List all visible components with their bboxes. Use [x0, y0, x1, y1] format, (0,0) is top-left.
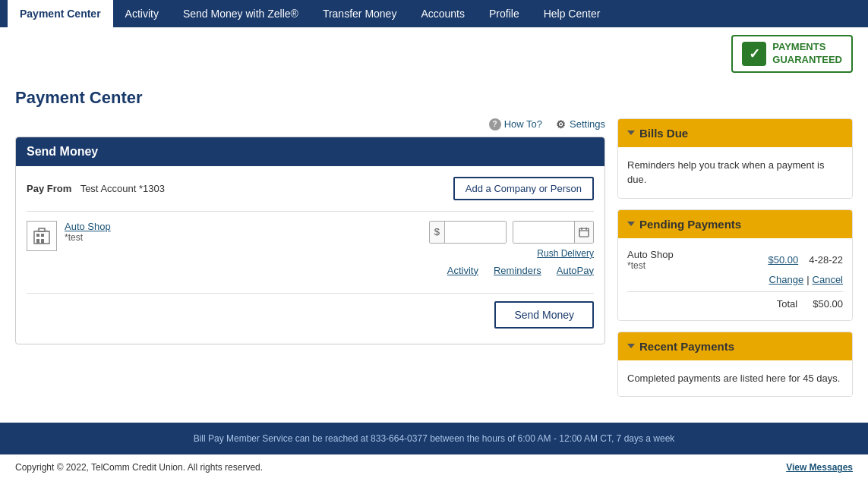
svg-rect-4: [41, 239, 44, 244]
svg-rect-2: [41, 234, 44, 237]
pending-payments-title: Pending Payments: [639, 218, 741, 231]
send-money-footer: Send Money: [27, 293, 594, 333]
svg-rect-1: [36, 234, 39, 237]
settings-link[interactable]: ⚙ Settings: [554, 118, 605, 131]
nav-tab-help-center[interactable]: Help Center: [532, 0, 613, 27]
footer-service-text: Bill Pay Member Service can be reached a…: [194, 433, 675, 444]
settings-gear-icon: ⚙: [554, 118, 567, 131]
nav-tab-send-money-zelle[interactable]: Send Money with Zelle®: [171, 0, 311, 27]
settings-label: Settings: [570, 118, 605, 130]
pending-item-name-area: Auto Shop *test: [627, 249, 674, 271]
bills-due-section: Bills Due Reminders help you track when …: [617, 118, 853, 199]
bills-due-desc: Reminders help you track when a payment …: [627, 158, 843, 187]
reminders-link[interactable]: Reminders: [494, 265, 541, 276]
view-messages-link[interactable]: View Messages: [786, 462, 853, 473]
activity-link[interactable]: Activity: [447, 265, 478, 276]
bills-due-arrow-icon: [627, 131, 635, 135]
date-input-wrap: [513, 221, 594, 244]
pending-item-actions: Change | Cancel: [627, 274, 843, 285]
dollar-sign: $: [430, 222, 445, 243]
toolbar: ? How To? ⚙ Settings: [15, 118, 605, 131]
send-money-button[interactable]: Send Money: [494, 301, 594, 329]
footer-copyright: Copyright © 2022, TelComm Credit Union. …: [15, 462, 263, 473]
bills-due-header: Bills Due: [618, 119, 852, 147]
footer-banner: Bill Pay Member Service can be reached a…: [0, 423, 868, 454]
pending-item: Auto Shop *test $50.00 4-28-22 Change: [627, 249, 843, 285]
calendar-icon[interactable]: [574, 222, 593, 243]
payee-name-link[interactable]: Auto Shop: [65, 221, 111, 232]
nav-tab-activity[interactable]: Activity: [113, 0, 171, 27]
pending-payments-header: Pending Payments: [618, 210, 852, 238]
pending-item-amount-link[interactable]: $50.00: [768, 254, 798, 266]
amount-input-wrap: $: [429, 221, 507, 244]
pending-divider: [627, 291, 843, 292]
recent-payments-header: Recent Payments: [618, 332, 852, 360]
main-content: ✓ PAYMENTS GUARANTEED Payment Center ? H…: [0, 27, 868, 423]
total-value: $50.00: [813, 298, 843, 310]
send-money-header: Send Money: [16, 137, 604, 166]
recent-payments-title: Recent Payments: [639, 340, 734, 353]
how-to-label: How To?: [504, 118, 542, 130]
payee-actions: Activity Reminders AutoPay: [27, 265, 594, 276]
rush-delivery-link[interactable]: Rush Delivery: [537, 248, 594, 259]
pay-from-label: Pay From: [27, 183, 71, 194]
recent-payments-arrow-icon: [627, 344, 635, 348]
pay-from-row: Pay From Test Account *1303 Add a Compan…: [27, 177, 594, 200]
payments-guaranteed-banner: ✓ PAYMENTS GUARANTEED: [0, 27, 868, 80]
pending-item-sub: *test: [627, 260, 674, 271]
pending-item-date: 4-28-22: [809, 254, 843, 266]
pay-from-value: Test Account *1303: [80, 183, 165, 194]
payee-row: Auto Shop *test $: [27, 211, 594, 285]
page-title: Payment Center: [15, 80, 853, 118]
send-money-box: Send Money Pay From Test Account *1303 A…: [15, 137, 605, 344]
right-panel: Bills Due Reminders help you track when …: [617, 118, 853, 408]
payee-info: Auto Shop *test: [65, 221, 421, 243]
payee-icon: [27, 221, 57, 251]
left-panel: ? How To? ⚙ Settings Send Money: [15, 118, 605, 344]
total-row: Total $50.00: [627, 298, 843, 310]
nav-tab-profile[interactable]: Profile: [477, 0, 532, 27]
date-input[interactable]: [513, 222, 574, 243]
pending-item-row: Auto Shop *test $50.00 4-28-22: [627, 249, 843, 271]
pending-payments-section: Pending Payments Auto Shop *test $50.00: [617, 209, 853, 321]
nav-tab-transfer-money[interactable]: Transfer Money: [311, 0, 409, 27]
footer-bottom: Copyright © 2022, TelComm Credit Union. …: [0, 454, 868, 478]
pay-from-section: Pay From Test Account *1303: [27, 183, 165, 194]
pending-cancel-link[interactable]: Cancel: [813, 274, 843, 285]
how-to-link[interactable]: ? How To?: [489, 118, 542, 131]
payee-sub: *test: [65, 232, 421, 243]
pending-separator: |: [806, 274, 809, 285]
nav-tab-payment-center[interactable]: Payment Center: [8, 0, 113, 27]
building-icon: [31, 225, 52, 247]
bills-due-title: Bills Due: [639, 127, 688, 140]
help-icon: ?: [489, 118, 501, 131]
svg-rect-8: [579, 228, 589, 237]
bills-due-body: Reminders help you track when a payment …: [618, 147, 852, 198]
payments-guaranteed-check-icon: ✓: [742, 42, 766, 66]
total-label: Total: [777, 298, 797, 310]
pending-payments-body: Auto Shop *test $50.00 4-28-22 Change: [618, 238, 852, 320]
add-company-person-button[interactable]: Add a Company or Person: [453, 177, 594, 200]
nav-tab-accounts[interactable]: Accounts: [409, 0, 477, 27]
pending-change-link[interactable]: Change: [769, 274, 804, 285]
payments-guaranteed-text: PAYMENTS GUARANTEED: [772, 41, 842, 67]
recent-payments-section: Recent Payments Completed payments are l…: [617, 332, 853, 398]
recent-payments-body: Completed payments are listed here for 4…: [618, 360, 852, 397]
amount-input[interactable]: [445, 222, 506, 243]
autopay-link[interactable]: AutoPay: [557, 265, 594, 276]
pending-item-name: Auto Shop: [627, 249, 674, 260]
pending-payments-arrow-icon: [627, 222, 635, 226]
svg-rect-3: [36, 239, 39, 244]
top-navigation: Payment Center Activity Send Money with …: [0, 0, 868, 27]
recent-payments-desc: Completed payments are listed here for 4…: [627, 371, 843, 386]
